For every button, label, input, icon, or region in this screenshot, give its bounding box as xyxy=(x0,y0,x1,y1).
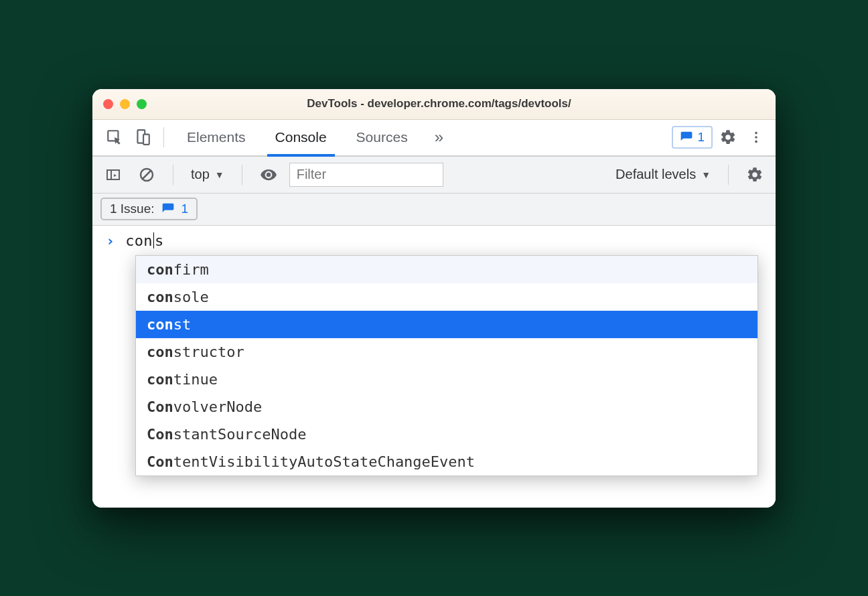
text-caret xyxy=(153,232,154,248)
autocomplete-item[interactable]: const xyxy=(136,311,757,338)
console-body: › cons confirmconsoleconstconstructorcon… xyxy=(92,226,776,508)
issues-icon xyxy=(161,202,175,216)
autocomplete-item[interactable]: constructor xyxy=(136,338,757,366)
autocomplete-item[interactable]: confirm xyxy=(136,256,757,283)
close-window-button[interactable] xyxy=(103,99,113,109)
autocomplete-rest: stantSourceNode xyxy=(173,426,307,443)
autocomplete-item[interactable]: console xyxy=(136,283,757,311)
divider xyxy=(242,165,242,185)
settings-icon[interactable] xyxy=(715,125,741,150)
device-toggle-icon[interactable] xyxy=(130,125,155,150)
prompt-input[interactable]: cons xyxy=(125,232,163,249)
log-levels-selector[interactable]: Default levels ▼ xyxy=(611,167,715,182)
issues-badge[interactable]: 1 Issue: 1 xyxy=(100,198,198,220)
svg-rect-2 xyxy=(143,135,149,145)
context-selector[interactable]: top ▼ xyxy=(187,167,228,182)
tab-sources[interactable]: Sources xyxy=(342,120,423,155)
autocomplete-match: con xyxy=(147,344,173,360)
filter-input[interactable] xyxy=(289,163,443,187)
issues-count: 1 xyxy=(697,130,705,145)
chevron-down-icon: ▼ xyxy=(701,169,711,180)
tab-label: Console xyxy=(275,129,327,145)
clear-console-icon[interactable] xyxy=(134,162,159,188)
autocomplete-match: con xyxy=(147,289,173,305)
svg-point-4 xyxy=(755,136,757,139)
autocomplete-rest: st xyxy=(173,316,192,333)
autocomplete-match: Con xyxy=(147,426,173,443)
inspect-element-icon[interactable] xyxy=(102,125,127,150)
issues-bar: 1 Issue: 1 xyxy=(92,194,776,226)
autocomplete-match: con xyxy=(147,371,173,388)
svg-point-5 xyxy=(755,141,757,143)
autocomplete-item[interactable]: continue xyxy=(136,366,757,393)
devtools-window: DevTools - developer.chrome.com/tags/dev… xyxy=(92,89,776,508)
console-settings-icon[interactable] xyxy=(742,162,768,188)
more-tabs-button[interactable]: » xyxy=(425,128,453,147)
kebab-menu-icon[interactable] xyxy=(743,125,769,150)
autocomplete-rest: firm xyxy=(173,261,209,278)
tab-elements[interactable]: Elements xyxy=(172,120,261,155)
titlebar: DevTools - developer.chrome.com/tags/dev… xyxy=(92,89,776,120)
prompt-text-after: s xyxy=(155,232,164,249)
prompt-text-before: con xyxy=(125,232,153,249)
autocomplete-popup: confirmconsoleconstconstructorcontinueCo… xyxy=(135,255,758,476)
autocomplete-rest: structor xyxy=(173,344,244,360)
chevron-down-icon: ▼ xyxy=(215,169,224,180)
tab-console[interactable]: Console xyxy=(261,120,342,155)
console-toolbar: top ▼ Default levels ▼ xyxy=(92,157,776,194)
prompt-chevron-icon: › xyxy=(106,232,115,249)
svg-point-3 xyxy=(755,132,757,135)
autocomplete-rest: sole xyxy=(173,289,209,305)
issues-indicator[interactable]: 1 xyxy=(672,126,713,149)
issues-icon xyxy=(680,131,693,144)
autocomplete-item[interactable]: ConvolverNode xyxy=(136,393,757,421)
autocomplete-match: Con xyxy=(147,453,173,470)
live-expression-icon[interactable] xyxy=(256,162,281,188)
autocomplete-rest: volverNode xyxy=(173,398,262,415)
divider xyxy=(173,165,173,185)
autocomplete-match: con xyxy=(147,261,173,278)
main-toolbar: Elements Console Sources » 1 xyxy=(92,120,776,157)
autocomplete-rest: tentVisibilityAutoStateChangeEvent xyxy=(173,453,475,470)
levels-label: Default levels xyxy=(616,167,696,182)
show-sidebar-icon[interactable] xyxy=(100,162,126,188)
autocomplete-item[interactable]: ConstantSourceNode xyxy=(136,421,757,448)
autocomplete-match: Con xyxy=(147,398,173,415)
divider xyxy=(728,165,729,185)
window-title: DevTools - developer.chrome.com/tags/dev… xyxy=(113,97,765,110)
autocomplete-rest: tinue xyxy=(173,371,218,388)
console-prompt[interactable]: › cons xyxy=(92,226,776,253)
tab-label: Elements xyxy=(187,129,246,145)
issues-label: 1 Issue: xyxy=(110,202,155,216)
tab-label: Sources xyxy=(356,129,408,145)
svg-rect-6 xyxy=(107,170,119,179)
autocomplete-item[interactable]: ContentVisibilityAutoStateChangeEvent xyxy=(136,448,757,475)
panel-tabs: Elements Console Sources xyxy=(172,120,423,155)
context-label: top xyxy=(191,167,210,182)
divider xyxy=(163,127,164,147)
autocomplete-match: con xyxy=(147,316,173,333)
issues-badge-count: 1 xyxy=(182,202,189,216)
